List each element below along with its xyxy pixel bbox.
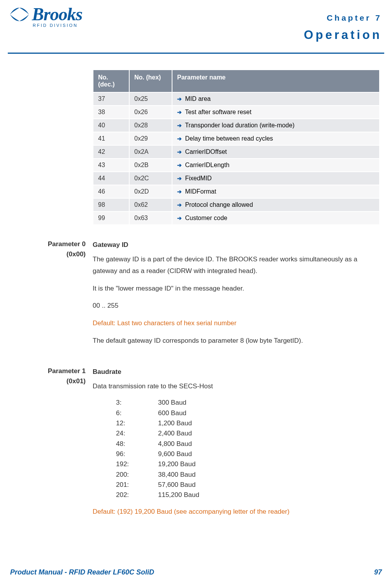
parameter-link[interactable]: CarrierIDLength xyxy=(183,162,229,168)
arrow-icon: ➔ xyxy=(177,136,182,142)
chapter-label: Chapter 7 xyxy=(327,13,382,23)
cell-name: ➔ Protocol change allowed xyxy=(172,198,380,211)
cell-name: ➔ CarrierIDLength xyxy=(172,159,380,172)
cell-dec: 41 xyxy=(93,132,129,145)
logo-subtext: RFID DIVISION xyxy=(33,23,82,28)
list-item: 96:9,600 Baud xyxy=(116,449,377,459)
cell-name: ➔ CarrierIDOffset xyxy=(172,145,380,159)
param0-heading: Gateway ID xyxy=(93,239,377,251)
arrow-icon: ➔ xyxy=(177,202,182,208)
baud-value: 300 Baud xyxy=(158,398,186,408)
parameter-link[interactable]: MID area xyxy=(183,95,211,102)
baud-key: 202: xyxy=(116,490,158,500)
cell-name: ➔ MIDFormat xyxy=(172,185,380,198)
page-footer: Product Manual - RFID Reader LF60C SoliD… xyxy=(10,568,382,576)
sidenote-0: Parameter 0 (0x00) xyxy=(20,239,93,352)
param-body-1: Baudrate Data transmission rate to the S… xyxy=(93,366,377,523)
list-item: 12:1,200 Baud xyxy=(116,418,377,428)
sidenote-1: Parameter 1 (0x01) xyxy=(20,366,93,523)
param-body-0: Gateway ID The gateway ID is a part of t… xyxy=(93,239,377,352)
arrow-icon: ➔ xyxy=(177,215,182,221)
list-item: 24:2,400 Baud xyxy=(116,428,377,439)
parameter-link[interactable]: CarrierIDOffset xyxy=(183,148,227,155)
content: No. (dec.) No. (hex) Parameter name 370x… xyxy=(0,54,392,523)
list-item: 48:4,800 Baud xyxy=(116,439,377,449)
parameter-link[interactable]: Customer code xyxy=(183,215,227,221)
footer-title: Product Manual - RFID Reader LF60C SoliD xyxy=(10,568,154,576)
param-section-1: Parameter 1 (0x01) Baudrate Data transmi… xyxy=(20,366,382,523)
col-header-name: Parameter name xyxy=(172,70,380,92)
baud-key: 200: xyxy=(116,470,158,480)
parameter-link[interactable]: Transponder load duration (write-mode) xyxy=(183,122,294,129)
cell-dec: 37 xyxy=(93,92,129,106)
cell-hex: 0x2A xyxy=(129,145,172,159)
baud-value: 600 Baud xyxy=(158,408,186,418)
list-item: 201:57,600 Baud xyxy=(116,480,377,490)
page-header: Brooks RFID DIVISION Chapter 7 Operation xyxy=(0,0,392,53)
baud-list: 3:300 Baud6:600 Baud12:1,200 Baud24:2,40… xyxy=(116,398,377,500)
cell-hex: 0x2D xyxy=(129,185,172,198)
arrow-icon: ➔ xyxy=(177,122,182,129)
sidenote-hex: (0x00) xyxy=(20,249,86,259)
logo-text: Brooks xyxy=(32,4,82,25)
list-item: 6:600 Baud xyxy=(116,408,377,418)
parameter-link[interactable]: Delay time between read cycles xyxy=(183,135,273,142)
baud-value: 2,400 Baud xyxy=(158,428,192,439)
table-row: 410x29➔ Delay time between read cycles xyxy=(93,132,380,145)
parameter-link[interactable]: Protocol change allowed xyxy=(183,201,253,208)
arrow-icon: ➔ xyxy=(177,109,182,115)
param0-default: Default: Last two characters of hex seri… xyxy=(93,317,377,330)
logo: Brooks RFID DIVISION xyxy=(9,4,82,28)
baud-value: 38,400 Baud xyxy=(158,470,195,480)
parameter-link[interactable]: MIDFormat xyxy=(183,188,216,195)
cell-hex: 0x28 xyxy=(129,119,172,132)
cell-hex: 0x63 xyxy=(129,211,172,225)
cell-hex: 0x2B xyxy=(129,159,172,172)
table-row: 980x62➔ Protocol change allowed xyxy=(93,198,380,211)
param0-range: 00 .. 255 xyxy=(93,300,377,312)
list-item: 192:19,200 Baud xyxy=(116,459,377,469)
param0-p1: The gateway ID is a part of the device I… xyxy=(93,254,377,277)
cell-dec: 42 xyxy=(93,145,129,159)
parameter-link[interactable]: Test after software reset xyxy=(183,109,251,115)
list-item: 200:38,400 Baud xyxy=(116,470,377,480)
table-row: 400x28➔ Transponder load duration (write… xyxy=(93,119,380,132)
brooks-logo-icon xyxy=(9,7,30,22)
table-row: 430x2B➔ CarrierIDLength xyxy=(93,159,380,172)
baud-value: 9,600 Baud xyxy=(158,449,192,459)
table-row: 440x2C➔ FixedMID xyxy=(93,172,380,185)
cell-dec: 98 xyxy=(93,198,129,211)
baud-key: 192: xyxy=(116,459,158,469)
baud-key: 96: xyxy=(116,449,158,459)
param1-default: Default: (192) 19,200 Baud (see accompan… xyxy=(93,506,377,518)
cell-name: ➔ Test after software reset xyxy=(172,106,380,119)
arrow-icon: ➔ xyxy=(177,189,182,195)
baud-value: 4,800 Baud xyxy=(158,439,192,449)
cell-name: ➔ MID area xyxy=(172,92,380,106)
param1-p1: Data transmission rate to the SECS-Host xyxy=(93,381,377,393)
parameter-link[interactable]: FixedMID xyxy=(183,175,212,181)
cell-dec: 38 xyxy=(93,106,129,119)
cell-dec: 99 xyxy=(93,211,129,225)
page-title: Operation xyxy=(304,28,382,42)
cell-hex: 0x62 xyxy=(129,198,172,211)
table-row: 420x2A➔ CarrierIDOffset xyxy=(93,145,380,159)
list-item: 3:300 Baud xyxy=(116,398,377,408)
cell-dec: 43 xyxy=(93,159,129,172)
list-item: 202:115,200 Baud xyxy=(116,490,377,500)
col-header-dec: No. (dec.) xyxy=(93,70,129,92)
table-row: 380x26➔ Test after software reset xyxy=(93,106,380,119)
baud-key: 12: xyxy=(116,418,158,428)
param0-p4: The default gateway ID corresponds to pa… xyxy=(93,335,377,347)
parameter-table: No. (dec.) No. (hex) Parameter name 370x… xyxy=(93,69,380,225)
sidenote-title: Parameter 0 xyxy=(20,239,86,249)
cell-hex: 0x25 xyxy=(129,92,172,106)
cell-name: ➔ FixedMID xyxy=(172,172,380,185)
table-row: 460x2D➔ MIDFormat xyxy=(93,185,380,198)
table-row: 990x63➔ Customer code xyxy=(93,211,380,225)
cell-name: ➔ Transponder load duration (write-mode) xyxy=(172,119,380,132)
baud-key: 201: xyxy=(116,480,158,490)
cell-name: ➔ Delay time between read cycles xyxy=(172,132,380,145)
arrow-icon: ➔ xyxy=(177,162,182,168)
param1-heading: Baudrate xyxy=(93,366,377,378)
